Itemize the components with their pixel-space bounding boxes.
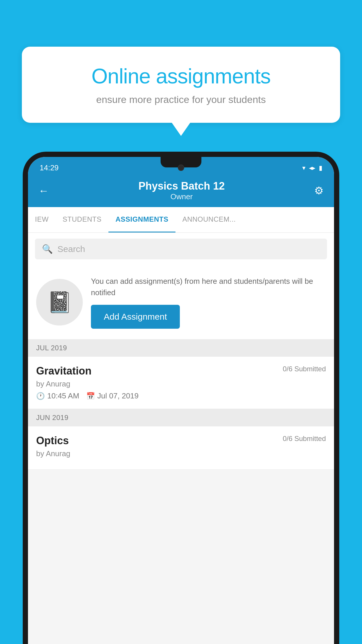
signal-icon: ◂▸ — [309, 164, 315, 172]
status-icons: ▾ ◂▸ ▮ — [302, 164, 322, 172]
month-divider-jul: JUL 2019 — [28, 339, 334, 357]
content-area: 🔍 Search 📓 You can add assignment(s) fro… — [28, 233, 334, 644]
phone-wrapper: 14:29 ▾ ◂▸ ▮ ← Physics Batch 12 Owner ⚙ … — [23, 152, 339, 644]
back-button[interactable]: ← — [38, 185, 49, 197]
tab-students[interactable]: STUDENTS — [56, 207, 108, 232]
phone-camera — [178, 164, 184, 171]
assignment-author-gravitation: by Anurag — [36, 379, 326, 388]
phone-screen: 14:29 ▾ ◂▸ ▮ ← Physics Batch 12 Owner ⚙ … — [28, 157, 334, 644]
assignment-date: 📅 Jul 07, 2019 — [86, 391, 139, 400]
submitted-count-gravitation: 0/6 Submitted — [283, 365, 326, 373]
assignment-row-top: Gravitation 0/6 Submitted — [36, 365, 326, 377]
add-assignment-desc: You can add assignment(s) from here and … — [91, 276, 326, 298]
phone-outer: 14:29 ▾ ◂▸ ▮ ← Physics Batch 12 Owner ⚙ … — [23, 152, 339, 644]
assignment-time-value: 10:45 AM — [47, 391, 79, 400]
add-assignment-card: 📓 You can add assignment(s) from here an… — [28, 265, 334, 339]
tabs-container: IEW STUDENTS ASSIGNMENTS ANNOUNCEM... — [28, 207, 334, 233]
status-time: 14:29 — [40, 163, 59, 172]
assignment-item-optics[interactable]: Optics 0/6 Submitted by Anurag — [28, 426, 334, 470]
header-subtitle: Owner — [138, 192, 225, 201]
search-container: 🔍 Search — [28, 233, 334, 265]
month-divider-jun: JUN 2019 — [28, 409, 334, 426]
assignment-icon-circle: 📓 — [36, 279, 83, 326]
add-assignment-button[interactable]: Add Assignment — [91, 305, 180, 329]
assignment-author-optics: by Anurag — [36, 449, 326, 458]
search-input-wrapper[interactable]: 🔍 Search — [35, 239, 327, 259]
notebook-icon: 📓 — [47, 290, 72, 314]
battery-icon: ▮ — [319, 164, 322, 172]
wifi-icon: ▾ — [302, 164, 305, 172]
search-icon: 🔍 — [42, 244, 53, 254]
header-title: Physics Batch 12 — [138, 180, 225, 192]
assignment-name-optics: Optics — [36, 435, 69, 447]
speech-bubble: Online assignments ensure more practice … — [22, 47, 340, 123]
add-assignment-content: You can add assignment(s) from here and … — [91, 276, 326, 329]
phone-notch — [161, 157, 201, 167]
tab-announcements[interactable]: ANNOUNCEM... — [175, 207, 243, 232]
calendar-icon: 📅 — [86, 392, 95, 400]
bubble-subtitle: ensure more practice for your students — [42, 94, 320, 105]
assignment-date-value: Jul 07, 2019 — [97, 391, 139, 400]
assignment-row-top-optics: Optics 0/6 Submitted — [36, 435, 326, 447]
submitted-count-optics: 0/6 Submitted — [283, 435, 326, 443]
assignment-name-gravitation: Gravitation — [36, 365, 92, 377]
assignment-item-gravitation[interactable]: Gravitation 0/6 Submitted by Anurag 🕐 10… — [28, 357, 334, 409]
app-header: ← Physics Batch 12 Owner ⚙ — [28, 175, 334, 207]
assignment-time: 🕐 10:45 AM — [36, 391, 79, 400]
search-placeholder: Search — [57, 244, 85, 254]
clock-icon: 🕐 — [36, 392, 45, 400]
bubble-title: Online assignments — [42, 64, 320, 88]
settings-icon[interactable]: ⚙ — [314, 185, 324, 197]
speech-bubble-container: Online assignments ensure more practice … — [22, 47, 340, 123]
tab-assignments[interactable]: ASSIGNMENTS — [108, 207, 175, 232]
assignment-meta-gravitation: 🕐 10:45 AM 📅 Jul 07, 2019 — [36, 391, 326, 400]
header-title-group: Physics Batch 12 Owner — [138, 180, 225, 201]
tab-iew[interactable]: IEW — [28, 207, 56, 232]
